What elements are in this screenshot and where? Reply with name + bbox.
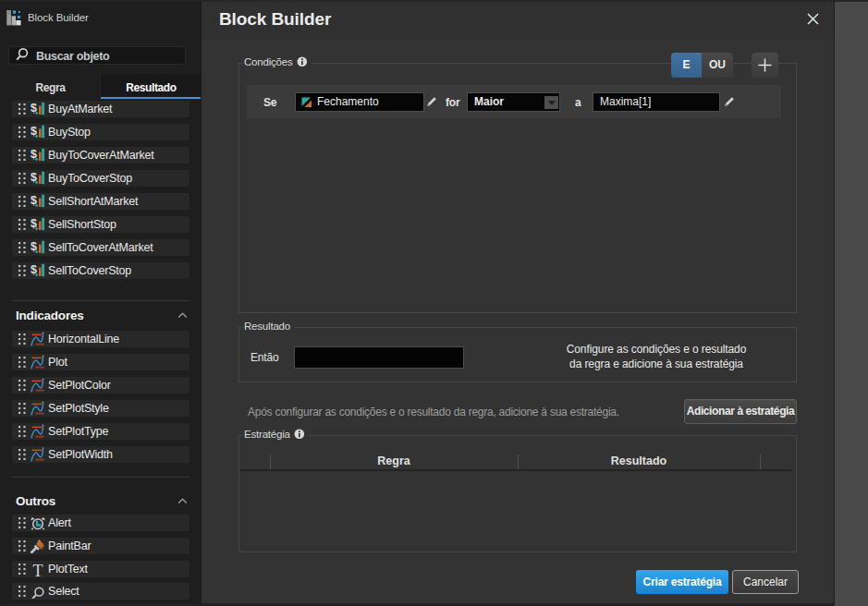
svg-text:T: T xyxy=(33,562,43,576)
